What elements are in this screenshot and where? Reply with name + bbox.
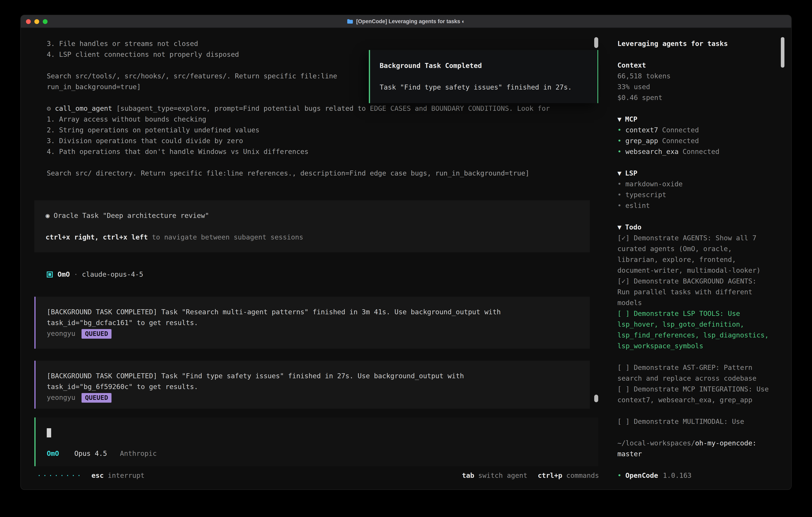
toast-body: Task "Find type safety issues" finished … <box>380 82 588 93</box>
bullet-icon: • <box>617 125 626 136</box>
mcp-status: Connected <box>683 146 719 157</box>
minimize-button[interactable] <box>34 19 39 24</box>
message-text: [BACKGROUND TASK COMPLETED] Task "Resear… <box>47 307 579 318</box>
context-section: Context 66,518 tokens 33% used $0.46 spe… <box>617 60 781 103</box>
lsp-section-heading[interactable]: ▼LSP <box>617 168 781 179</box>
mcp-item: •websearch_exaConnected <box>617 146 781 157</box>
close-button[interactable] <box>26 19 31 24</box>
message-meta: yeongyu QUEUED <box>47 392 579 403</box>
lsp-name: eslint <box>626 200 650 211</box>
background-task-toast: Background Task Completed Task "Find typ… <box>369 50 598 103</box>
context-tokens: 66,518 tokens <box>617 71 781 82</box>
session-sidebar: Leveraging agents for tasks Context 66,5… <box>609 28 791 489</box>
oracle-task-panel: ◉Oracle Task "Deep architecture review" … <box>34 200 590 252</box>
mcp-name: grep_app <box>626 136 658 146</box>
workspace-section: ~/local-workspaces/oh-my-opencode: maste… <box>617 438 781 459</box>
todo-heading-label: Todo <box>625 223 642 231</box>
bullet-icon: • <box>617 190 626 200</box>
message-text: [BACKGROUND TASK COMPLETED] Task "Find t… <box>47 371 579 381</box>
zoom-button[interactable] <box>43 19 48 24</box>
message-author: yeongyu <box>47 328 75 339</box>
tool-args: [subagent_type=explore, prompt=Find pote… <box>112 104 550 112</box>
tool-arg-footer: Search src/ directory. Return specific f… <box>47 168 590 179</box>
chevron-down-icon: ▼ <box>617 223 621 231</box>
lsp-item: •markdown-oxide <box>617 179 781 190</box>
workspace-path: ~/local-workspaces/oh-my-opencode: <box>617 438 781 448</box>
ctrlp-key: ctrl+p <box>538 471 562 480</box>
agent-model: claude-opus-4-5 <box>82 269 143 280</box>
bullet-icon: • <box>617 136 626 146</box>
app-version: 1.0.163 <box>663 470 692 481</box>
main-scrollbar-thumb[interactable] <box>594 394 598 402</box>
prompt-cursor-row <box>47 427 587 438</box>
terminal-main: 3. File handles or streams not closed 4.… <box>21 28 609 489</box>
mcp-item: •context7Connected <box>617 125 781 136</box>
terminal-window: [OpenCode] Leveraging agents for tasks ◐… <box>20 15 792 490</box>
todo-item: [ ] Demonstrate MULTIMODAL: Use <box>617 416 769 427</box>
lsp-heading-label: LSP <box>625 169 637 177</box>
status-bar: ········ esc interrupt tabswitch agent c… <box>21 466 609 489</box>
window-titlebar: [OpenCode] Leveraging agents for tasks ◐ <box>21 15 791 28</box>
tab-label: switch agent <box>478 471 527 480</box>
active-model-label: Opus 4.5 <box>74 450 107 457</box>
traffic-lights <box>26 15 48 28</box>
mcp-status: Connected <box>662 136 699 146</box>
agent-header: OmO · claude-opus-4-5 <box>47 269 590 280</box>
message-author: yeongyu <box>47 392 75 403</box>
background-task-message: [BACKGROUND TASK COMPLETED] Task "Resear… <box>34 297 590 349</box>
status-right: tabswitch agent ctrl+pcommands <box>452 470 599 481</box>
nav-keys: ctrl+x right, ctrl+x left <box>46 233 148 241</box>
context-heading: Context <box>617 60 781 71</box>
bullet-icon: • <box>617 146 626 157</box>
message-text: task_id="bg_dcfac161" to get results. <box>47 318 579 328</box>
ctrlp-label: commands <box>566 471 599 480</box>
main-scrollbar-thumb[interactable] <box>594 37 598 48</box>
todo-section-heading[interactable]: ▼Todo <box>617 222 781 233</box>
agent-name: OmO <box>58 269 70 280</box>
status-left: ········ esc interrupt <box>37 470 144 481</box>
esc-key-label: interrupt <box>108 470 144 481</box>
mcp-section: ▼MCP •context7Connected •grep_appConnect… <box>617 114 781 157</box>
agent-square-icon <box>47 272 53 277</box>
queued-badge: QUEUED <box>81 393 112 403</box>
sidebar-scrollbar-thumb[interactable] <box>781 37 784 67</box>
tool-arg-item: 1. Array access without bounds checking <box>47 114 590 125</box>
model-provider-label: Anthropic <box>120 450 157 457</box>
lsp-item: •eslint <box>617 200 781 211</box>
tool-arg-item: 2. String operations on potentially unde… <box>47 125 590 136</box>
bullet-icon: • <box>617 470 626 481</box>
lsp-name: typescript <box>626 190 666 200</box>
workspace-path-dim: ~/local-workspaces/ <box>617 439 695 447</box>
window-title: [OpenCode] Leveraging agents for tasks ◐ <box>356 15 465 28</box>
gear-icon: ⚙ <box>47 104 55 112</box>
toast-title: Background Task Completed <box>380 60 588 71</box>
background-task-message: [BACKGROUND TASK COMPLETED] Task "Find t… <box>34 361 590 409</box>
message-text: task_id="bg_6f59260c" to get results. <box>47 381 579 392</box>
fisheye-icon: ◉ <box>46 212 50 219</box>
model-selector-row[interactable]: OmO Opus 4.5 Anthropic <box>47 448 587 459</box>
tab-key: tab <box>462 471 474 480</box>
todo-item: [ ] Demonstrate LSP TOOLS: Use lsp_hover… <box>617 308 769 351</box>
git-branch: master <box>617 448 781 459</box>
context-used: 33% used <box>617 82 781 92</box>
folder-icon <box>347 19 353 24</box>
todo-item: [✓] Demonstrate BACKGROUND AGENTS: Run p… <box>617 276 769 308</box>
tab-hint: tabswitch agent <box>462 470 527 481</box>
scrollback-line: 3. File handles or streams not closed <box>47 38 590 49</box>
mcp-status: Connected <box>662 125 699 136</box>
screen: [OpenCode] Leveraging agents for tasks ◐… <box>0 0 812 517</box>
tool-call-line: ⚙ call_omo_agent [subagent_type=explore,… <box>47 103 590 114</box>
app-name: OpenCode <box>626 470 658 481</box>
prompt-input[interactable]: OmO Opus 4.5 Anthropic <box>34 417 598 466</box>
window-title-group: [OpenCode] Leveraging agents for tasks ◐ <box>347 15 465 28</box>
mcp-section-heading[interactable]: ▼MCP <box>617 114 781 125</box>
nav-keys-desc: to navigate between subagent sessions <box>148 233 303 241</box>
tool-arg-item: 3. Division operations that could divide… <box>47 136 590 146</box>
todo-item: [✓] Demonstrate AGENTS: Show all 7 curat… <box>617 233 769 276</box>
oracle-task-title-row: ◉Oracle Task "Deep architecture review" <box>46 210 579 221</box>
todo-section: ▼Todo [✓] Demonstrate AGENTS: Show all 7… <box>617 222 781 427</box>
busy-spinner-icon: ········ <box>37 470 83 481</box>
queued-badge: QUEUED <box>81 329 112 338</box>
lsp-section: ▼LSP •markdown-oxide •typescript •eslint <box>617 168 781 211</box>
session-title: Leveraging agents for tasks <box>617 38 769 49</box>
